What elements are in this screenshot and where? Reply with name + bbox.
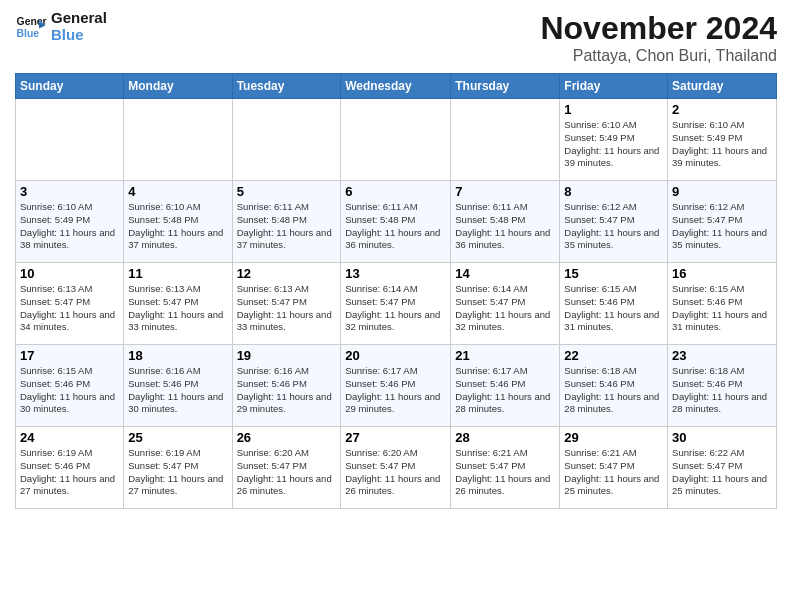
cell-date-number: 14: [455, 266, 555, 281]
cell-date-number: 4: [128, 184, 227, 199]
calendar-cell: 9Sunrise: 6:12 AM Sunset: 5:47 PM Daylig…: [668, 181, 777, 263]
cell-date-number: 11: [128, 266, 227, 281]
calendar-cell: [124, 99, 232, 181]
col-friday: Friday: [560, 74, 668, 99]
calendar-cell: 23Sunrise: 6:18 AM Sunset: 5:46 PM Dayli…: [668, 345, 777, 427]
calendar-cell: 12Sunrise: 6:13 AM Sunset: 5:47 PM Dayli…: [232, 263, 341, 345]
cell-info-text: Sunrise: 6:16 AM Sunset: 5:46 PM Dayligh…: [237, 365, 337, 416]
cell-date-number: 25: [128, 430, 227, 445]
cell-info-text: Sunrise: 6:17 AM Sunset: 5:46 PM Dayligh…: [345, 365, 446, 416]
cell-info-text: Sunrise: 6:10 AM Sunset: 5:49 PM Dayligh…: [20, 201, 119, 252]
calendar-week-1: 1Sunrise: 6:10 AM Sunset: 5:49 PM Daylig…: [16, 99, 777, 181]
cell-info-text: Sunrise: 6:18 AM Sunset: 5:46 PM Dayligh…: [672, 365, 772, 416]
cell-info-text: Sunrise: 6:13 AM Sunset: 5:47 PM Dayligh…: [237, 283, 337, 334]
calendar-cell: 7Sunrise: 6:11 AM Sunset: 5:48 PM Daylig…: [451, 181, 560, 263]
cell-date-number: 13: [345, 266, 446, 281]
cell-date-number: 9: [672, 184, 772, 199]
cell-info-text: Sunrise: 6:18 AM Sunset: 5:46 PM Dayligh…: [564, 365, 663, 416]
calendar-cell: [16, 99, 124, 181]
col-sunday: Sunday: [16, 74, 124, 99]
calendar-cell: 19Sunrise: 6:16 AM Sunset: 5:46 PM Dayli…: [232, 345, 341, 427]
calendar-cell: 11Sunrise: 6:13 AM Sunset: 5:47 PM Dayli…: [124, 263, 232, 345]
col-tuesday: Tuesday: [232, 74, 341, 99]
cell-info-text: Sunrise: 6:11 AM Sunset: 5:48 PM Dayligh…: [345, 201, 446, 252]
col-wednesday: Wednesday: [341, 74, 451, 99]
calendar-cell: [451, 99, 560, 181]
cell-date-number: 17: [20, 348, 119, 363]
calendar-cell: 10Sunrise: 6:13 AM Sunset: 5:47 PM Dayli…: [16, 263, 124, 345]
calendar-cell: 1Sunrise: 6:10 AM Sunset: 5:49 PM Daylig…: [560, 99, 668, 181]
cell-info-text: Sunrise: 6:10 AM Sunset: 5:49 PM Dayligh…: [672, 119, 772, 170]
logo-blue: Blue: [51, 27, 107, 44]
cell-info-text: Sunrise: 6:11 AM Sunset: 5:48 PM Dayligh…: [237, 201, 337, 252]
cell-info-text: Sunrise: 6:19 AM Sunset: 5:47 PM Dayligh…: [128, 447, 227, 498]
calendar-week-5: 24Sunrise: 6:19 AM Sunset: 5:46 PM Dayli…: [16, 427, 777, 509]
cell-date-number: 10: [20, 266, 119, 281]
cell-date-number: 22: [564, 348, 663, 363]
page: General Blue General Blue November 2024 …: [0, 0, 792, 519]
calendar-cell: 8Sunrise: 6:12 AM Sunset: 5:47 PM Daylig…: [560, 181, 668, 263]
cell-info-text: Sunrise: 6:14 AM Sunset: 5:47 PM Dayligh…: [455, 283, 555, 334]
cell-date-number: 28: [455, 430, 555, 445]
calendar-table: Sunday Monday Tuesday Wednesday Thursday…: [15, 73, 777, 509]
calendar-cell: 29Sunrise: 6:21 AM Sunset: 5:47 PM Dayli…: [560, 427, 668, 509]
calendar-cell: 14Sunrise: 6:14 AM Sunset: 5:47 PM Dayli…: [451, 263, 560, 345]
cell-date-number: 7: [455, 184, 555, 199]
calendar-header-row: Sunday Monday Tuesday Wednesday Thursday…: [16, 74, 777, 99]
calendar-week-2: 3Sunrise: 6:10 AM Sunset: 5:49 PM Daylig…: [16, 181, 777, 263]
location: Pattaya, Chon Buri, Thailand: [540, 47, 777, 65]
cell-date-number: 29: [564, 430, 663, 445]
col-saturday: Saturday: [668, 74, 777, 99]
cell-date-number: 30: [672, 430, 772, 445]
cell-info-text: Sunrise: 6:21 AM Sunset: 5:47 PM Dayligh…: [455, 447, 555, 498]
calendar-cell: 3Sunrise: 6:10 AM Sunset: 5:49 PM Daylig…: [16, 181, 124, 263]
cell-date-number: 16: [672, 266, 772, 281]
logo-general: General: [51, 10, 107, 27]
calendar-cell: 22Sunrise: 6:18 AM Sunset: 5:46 PM Dayli…: [560, 345, 668, 427]
cell-date-number: 20: [345, 348, 446, 363]
header: General Blue General Blue November 2024 …: [15, 10, 777, 65]
calendar-cell: 13Sunrise: 6:14 AM Sunset: 5:47 PM Dayli…: [341, 263, 451, 345]
cell-date-number: 27: [345, 430, 446, 445]
cell-info-text: Sunrise: 6:11 AM Sunset: 5:48 PM Dayligh…: [455, 201, 555, 252]
logo-icon: General Blue: [15, 11, 47, 43]
calendar-cell: 15Sunrise: 6:15 AM Sunset: 5:46 PM Dayli…: [560, 263, 668, 345]
cell-date-number: 23: [672, 348, 772, 363]
calendar-cell: 21Sunrise: 6:17 AM Sunset: 5:46 PM Dayli…: [451, 345, 560, 427]
cell-date-number: 26: [237, 430, 337, 445]
calendar-cell: 26Sunrise: 6:20 AM Sunset: 5:47 PM Dayli…: [232, 427, 341, 509]
cell-info-text: Sunrise: 6:20 AM Sunset: 5:47 PM Dayligh…: [345, 447, 446, 498]
cell-date-number: 24: [20, 430, 119, 445]
cell-date-number: 15: [564, 266, 663, 281]
calendar-cell: 5Sunrise: 6:11 AM Sunset: 5:48 PM Daylig…: [232, 181, 341, 263]
col-thursday: Thursday: [451, 74, 560, 99]
cell-info-text: Sunrise: 6:13 AM Sunset: 5:47 PM Dayligh…: [20, 283, 119, 334]
month-title: November 2024: [540, 10, 777, 47]
logo: General Blue General Blue: [15, 10, 107, 43]
calendar-cell: 20Sunrise: 6:17 AM Sunset: 5:46 PM Dayli…: [341, 345, 451, 427]
cell-date-number: 21: [455, 348, 555, 363]
calendar-cell: 27Sunrise: 6:20 AM Sunset: 5:47 PM Dayli…: [341, 427, 451, 509]
calendar-cell: 25Sunrise: 6:19 AM Sunset: 5:47 PM Dayli…: [124, 427, 232, 509]
cell-info-text: Sunrise: 6:22 AM Sunset: 5:47 PM Dayligh…: [672, 447, 772, 498]
cell-info-text: Sunrise: 6:13 AM Sunset: 5:47 PM Dayligh…: [128, 283, 227, 334]
cell-info-text: Sunrise: 6:12 AM Sunset: 5:47 PM Dayligh…: [564, 201, 663, 252]
calendar-cell: 18Sunrise: 6:16 AM Sunset: 5:46 PM Dayli…: [124, 345, 232, 427]
cell-date-number: 3: [20, 184, 119, 199]
cell-info-text: Sunrise: 6:20 AM Sunset: 5:47 PM Dayligh…: [237, 447, 337, 498]
calendar-cell: 30Sunrise: 6:22 AM Sunset: 5:47 PM Dayli…: [668, 427, 777, 509]
calendar-cell: 17Sunrise: 6:15 AM Sunset: 5:46 PM Dayli…: [16, 345, 124, 427]
cell-info-text: Sunrise: 6:19 AM Sunset: 5:46 PM Dayligh…: [20, 447, 119, 498]
cell-date-number: 5: [237, 184, 337, 199]
calendar-cell: [341, 99, 451, 181]
calendar-cell: 6Sunrise: 6:11 AM Sunset: 5:48 PM Daylig…: [341, 181, 451, 263]
cell-info-text: Sunrise: 6:21 AM Sunset: 5:47 PM Dayligh…: [564, 447, 663, 498]
cell-date-number: 18: [128, 348, 227, 363]
cell-date-number: 8: [564, 184, 663, 199]
cell-info-text: Sunrise: 6:15 AM Sunset: 5:46 PM Dayligh…: [672, 283, 772, 334]
cell-date-number: 6: [345, 184, 446, 199]
cell-date-number: 2: [672, 102, 772, 117]
svg-text:Blue: Blue: [17, 27, 40, 38]
cell-info-text: Sunrise: 6:10 AM Sunset: 5:48 PM Dayligh…: [128, 201, 227, 252]
calendar-cell: 2Sunrise: 6:10 AM Sunset: 5:49 PM Daylig…: [668, 99, 777, 181]
